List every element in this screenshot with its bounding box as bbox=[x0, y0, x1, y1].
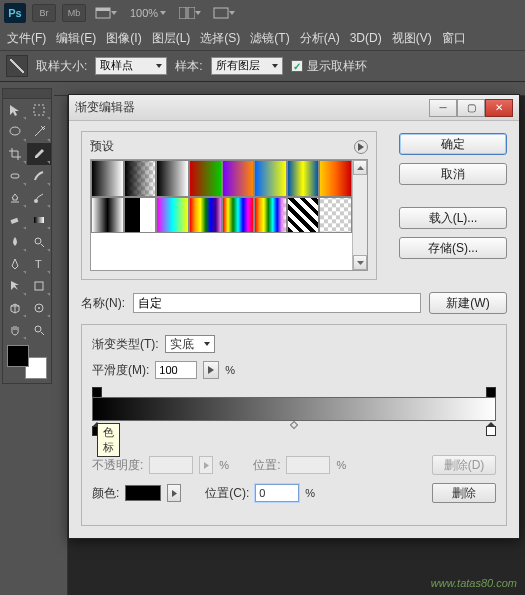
position-c-label: 位置(C): bbox=[205, 485, 249, 502]
move-tool[interactable] bbox=[3, 99, 27, 121]
opacity-stop-right[interactable] bbox=[486, 387, 496, 397]
gradient-bar-area[interactable]: 色标 bbox=[92, 387, 496, 435]
foreground-color[interactable] bbox=[7, 345, 29, 367]
menu-file[interactable]: 文件(F) bbox=[2, 30, 51, 47]
eyedropper-tool[interactable] bbox=[27, 143, 51, 165]
color-stepper[interactable] bbox=[167, 484, 181, 502]
ok-button[interactable]: 确定 bbox=[399, 133, 507, 155]
gradient-type-select[interactable]: 实底 bbox=[165, 335, 215, 353]
stamp-tool[interactable] bbox=[3, 187, 27, 209]
menu-3d[interactable]: 3D(D) bbox=[345, 31, 387, 45]
preset-swatch[interactable] bbox=[254, 197, 287, 234]
preset-swatch[interactable] bbox=[222, 197, 255, 234]
load-button[interactable]: 载入(L)... bbox=[399, 207, 507, 229]
zoom-tool[interactable] bbox=[27, 319, 51, 341]
show-ring-checkbox[interactable]: ✓ 显示取样环 bbox=[291, 58, 367, 75]
current-tool-icon[interactable] bbox=[6, 55, 28, 77]
percent-label: % bbox=[225, 364, 235, 376]
scroll-down-icon[interactable] bbox=[353, 255, 367, 270]
blur-tool[interactable] bbox=[3, 231, 27, 253]
preset-swatch[interactable] bbox=[91, 197, 124, 234]
minibridge-button[interactable]: Mb bbox=[62, 4, 86, 22]
svg-rect-1 bbox=[96, 8, 110, 11]
ps-logo: Ps bbox=[4, 3, 26, 23]
presets-scrollbar[interactable] bbox=[352, 160, 367, 270]
minimize-button[interactable]: ─ bbox=[429, 99, 457, 117]
smoothness-input[interactable] bbox=[155, 361, 197, 379]
extras-button[interactable] bbox=[210, 3, 238, 23]
history-brush-tool[interactable] bbox=[27, 187, 51, 209]
opacity-stop-left[interactable] bbox=[92, 387, 102, 397]
color-swatches[interactable] bbox=[3, 341, 51, 383]
preset-swatch[interactable] bbox=[124, 197, 157, 234]
position-c-input[interactable] bbox=[255, 484, 299, 502]
gradient-bar[interactable] bbox=[92, 397, 496, 421]
menu-filter[interactable]: 滤镜(T) bbox=[245, 30, 294, 47]
preset-swatch[interactable] bbox=[319, 160, 352, 197]
crop-tool[interactable] bbox=[3, 143, 27, 165]
screenmode-button[interactable] bbox=[92, 3, 120, 23]
menu-select[interactable]: 选择(S) bbox=[195, 30, 245, 47]
new-button[interactable]: 新建(W) bbox=[429, 292, 507, 314]
color-stop-right[interactable] bbox=[486, 426, 496, 436]
menubar[interactable]: 文件(F) 编辑(E) 图像(I) 图层(L) 选择(S) 滤镜(T) 分析(A… bbox=[0, 26, 525, 50]
close-button[interactable]: ✕ bbox=[485, 99, 513, 117]
gradient-tool[interactable] bbox=[27, 209, 51, 231]
wand-tool[interactable] bbox=[27, 121, 51, 143]
smoothness-stepper[interactable] bbox=[203, 361, 219, 379]
sample-select[interactable]: 所有图层 bbox=[211, 57, 283, 75]
sample-size-select[interactable]: 取样点 bbox=[95, 57, 167, 75]
sample-label: 样本: bbox=[175, 58, 202, 75]
scroll-up-icon[interactable] bbox=[353, 160, 367, 175]
bridge-button[interactable]: Br bbox=[32, 4, 56, 22]
preset-swatch[interactable] bbox=[189, 160, 222, 197]
path-select-tool[interactable] bbox=[3, 275, 27, 297]
pen-tool[interactable] bbox=[3, 253, 27, 275]
menu-view[interactable]: 视图(V) bbox=[387, 30, 437, 47]
color-well[interactable] bbox=[125, 485, 161, 501]
menu-analysis[interactable]: 分析(A) bbox=[295, 30, 345, 47]
toolbox-grip[interactable] bbox=[3, 89, 51, 99]
preset-swatch[interactable] bbox=[222, 160, 255, 197]
cancel-button[interactable]: 取消 bbox=[399, 163, 507, 185]
menu-edit[interactable]: 编辑(E) bbox=[51, 30, 101, 47]
preset-swatch[interactable] bbox=[319, 197, 352, 234]
arrange-button[interactable] bbox=[176, 3, 204, 23]
svg-rect-9 bbox=[10, 218, 18, 224]
marquee-tool[interactable] bbox=[27, 99, 51, 121]
zoom-level[interactable]: 100% bbox=[130, 7, 166, 19]
heal-tool[interactable] bbox=[3, 165, 27, 187]
preset-swatch[interactable] bbox=[287, 160, 320, 197]
type-tool[interactable]: T bbox=[27, 253, 51, 275]
name-label: 名称(N): bbox=[81, 295, 125, 312]
delete-color-stop-button[interactable]: 删除 bbox=[432, 483, 496, 503]
svg-rect-10 bbox=[34, 217, 44, 223]
eraser-tool[interactable] bbox=[3, 209, 27, 231]
dialog-titlebar[interactable]: 渐变编辑器 ─ ▢ ✕ bbox=[69, 95, 519, 121]
dodge-tool[interactable] bbox=[27, 231, 51, 253]
preset-swatch[interactable] bbox=[254, 160, 287, 197]
shape-tool[interactable] bbox=[27, 275, 51, 297]
save-button[interactable]: 存储(S)... bbox=[399, 237, 507, 259]
preset-swatch[interactable] bbox=[189, 197, 222, 234]
presets-grid[interactable] bbox=[91, 160, 352, 270]
menu-layer[interactable]: 图层(L) bbox=[147, 30, 196, 47]
3d-tool[interactable] bbox=[3, 297, 27, 319]
maximize-button[interactable]: ▢ bbox=[457, 99, 485, 117]
scroll-track[interactable] bbox=[353, 175, 367, 255]
preset-swatch[interactable] bbox=[91, 160, 124, 197]
name-input[interactable] bbox=[133, 293, 421, 313]
midpoint-handle[interactable] bbox=[290, 421, 298, 429]
preset-swatch[interactable] bbox=[124, 160, 157, 197]
lasso-tool[interactable] bbox=[3, 121, 27, 143]
menu-image[interactable]: 图像(I) bbox=[101, 30, 146, 47]
presets-menu-button[interactable] bbox=[354, 140, 368, 154]
preset-swatch[interactable] bbox=[287, 197, 320, 234]
hand-tool[interactable] bbox=[3, 319, 27, 341]
brush-tool[interactable] bbox=[27, 165, 51, 187]
preset-swatch[interactable] bbox=[156, 197, 189, 234]
color-stop-left[interactable]: 色标 bbox=[92, 426, 102, 436]
3d-camera-tool[interactable] bbox=[27, 297, 51, 319]
preset-swatch[interactable] bbox=[156, 160, 189, 197]
menu-window[interactable]: 窗口 bbox=[437, 30, 471, 47]
